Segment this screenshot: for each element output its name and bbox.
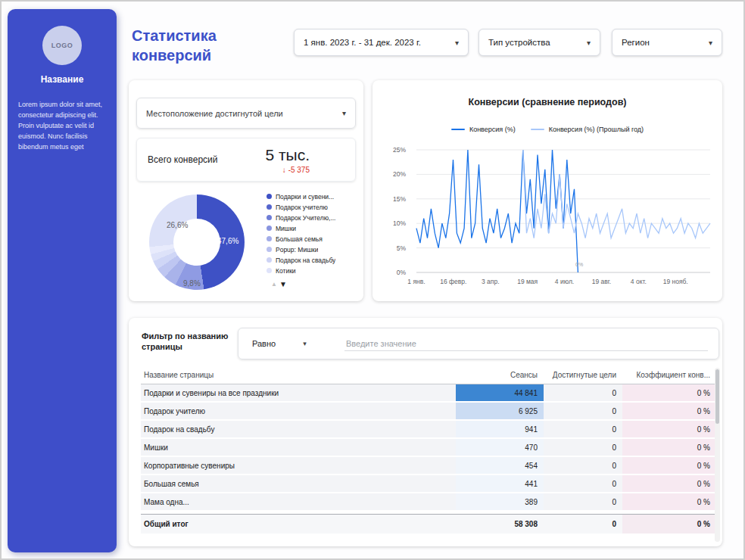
table-row[interactable]: Корпоративные сувениры45400 % xyxy=(141,457,716,474)
line-chart-svg xyxy=(416,150,710,272)
scroll-up-icon[interactable]: ▲ xyxy=(271,281,277,288)
table-row[interactable]: Подарки и сувениры на все праздники44 84… xyxy=(141,384,716,401)
date-range-filter[interactable]: 1 янв. 2023 г. - 31 дек. 2023 г. ▾ xyxy=(294,29,469,56)
legend-label: Большая семья xyxy=(276,235,323,243)
date-range-label: 1 янв. 2023 г. - 31 дек. 2023 г. xyxy=(304,38,421,47)
cell-goals: 0 xyxy=(544,475,622,492)
y-axis-label: 10% xyxy=(393,219,406,227)
table-row[interactable]: Большая семья44100 % xyxy=(141,475,716,492)
donut-callout: 26,6% xyxy=(167,221,188,229)
conversions-summary-card: Местоположение достигнутой цели ▾ Всего … xyxy=(129,80,363,301)
legend-item[interactable]: Подарок учителю xyxy=(267,204,359,210)
legend-label: Котики xyxy=(276,267,296,275)
legend-item[interactable]: Котики xyxy=(267,267,359,274)
total-goals: 0 xyxy=(544,515,622,534)
total-conversions-scorecard: Всего конверсий 5 тыс. ↓ -5 375 xyxy=(136,138,356,182)
x-axis-label: 1 янв. xyxy=(407,278,425,285)
scroll-down-icon[interactable]: ▼ xyxy=(279,280,287,288)
table-body: Подарки и сувениры на все праздники44 84… xyxy=(141,384,716,510)
cell-sessions: 389 xyxy=(456,493,544,510)
legend-scroll-arrows: ▲ ▼ xyxy=(271,280,287,288)
column-header-page[interactable]: Название страницы xyxy=(141,371,456,379)
chevron-down-icon: ▾ xyxy=(587,39,591,47)
table-row[interactable]: Подарок на свадьбу94100 % xyxy=(141,421,716,437)
scorecard-label: Всего конверсий xyxy=(148,154,217,165)
cell-goals: 0 xyxy=(544,457,622,474)
cell-sessions: 44 841 xyxy=(456,384,544,401)
legend-dot-icon xyxy=(267,215,272,220)
legend-label: Подарок на свадьбу xyxy=(276,257,335,264)
device-type-filter[interactable]: Тип устройства ▾ xyxy=(478,29,600,56)
legend-label: Подарок Учителю,... xyxy=(276,214,335,222)
scorecard-value: 5 тыс. xyxy=(265,146,310,164)
legend-item[interactable]: Подарки и сувени... xyxy=(267,193,359,200)
y-axis-label: 20% xyxy=(393,170,406,178)
chevron-down-icon: ▾ xyxy=(455,39,459,47)
legend-dot-icon xyxy=(267,268,272,273)
legend-label: Подарки и сувени... xyxy=(276,193,334,201)
legend-dot-icon xyxy=(267,247,272,252)
filter-value-input[interactable] xyxy=(344,337,708,351)
chevron-down-icon: ▾ xyxy=(303,340,307,347)
cell-page-name: Подарки и сувениры на все праздники xyxy=(141,384,456,401)
series-legend-item[interactable]: Конверсия (%) xyxy=(451,126,516,133)
legend-item[interactable]: Popup: Мишки xyxy=(267,246,359,253)
chevron-down-icon: ▾ xyxy=(709,39,712,47)
legend-item[interactable]: Мишки xyxy=(267,225,359,232)
chart-series-line xyxy=(523,150,710,238)
x-axis: 1 янв.16 февр.3 апр.19 мая4 июл.19 авг.4… xyxy=(416,278,710,287)
zero-annotation: 0% xyxy=(575,262,583,267)
scorecard-delta: ↓ -5 375 xyxy=(265,166,310,174)
legend-label: Popup: Мишки xyxy=(276,246,318,254)
legend-dot-icon xyxy=(267,204,272,210)
goal-location-label: Местоположение достигнутой цели xyxy=(146,109,283,118)
donut-callout: 9,8% xyxy=(183,279,201,288)
cell-sessions: 941 xyxy=(456,421,544,437)
filter-label: Фильтр по названию страницы xyxy=(142,331,240,353)
table-scrollbar-thumb[interactable] xyxy=(715,369,719,424)
x-axis-label: 16 февр. xyxy=(440,278,466,285)
cell-goals: 0 xyxy=(544,439,622,456)
sidebar: LOGO Название Lorem ipsum dolor sit amet… xyxy=(8,9,117,552)
chart-title: Конверсии (сравнение периодов) xyxy=(372,97,722,107)
cell-page-name: Подарок учителю xyxy=(141,403,456,419)
cell-page-name: Большая семья xyxy=(141,475,456,492)
series-label: Конверсия (%) xyxy=(469,126,516,133)
y-axis-label: 15% xyxy=(393,195,406,203)
logo-badge: LOGO xyxy=(42,26,82,65)
arrow-down-icon: ↓ xyxy=(282,166,286,174)
line-chart-plot[interactable] xyxy=(416,150,710,272)
cell-page-name: Мишки xyxy=(141,439,456,456)
cell-sessions: 470 xyxy=(456,439,544,456)
table-row[interactable]: Мама одна...38900 % xyxy=(141,493,716,510)
cell-rate: 0 % xyxy=(622,384,716,401)
brand-name: Название xyxy=(8,74,117,85)
legend-label: Подарок учителю xyxy=(276,204,328,211)
legend-dot-icon xyxy=(267,194,272,199)
series-label: Конверсия (%) (Прошлый год) xyxy=(549,126,644,133)
legend-item[interactable]: Подарок Учителю,... xyxy=(267,214,359,221)
legend-label: Мишки xyxy=(276,225,296,232)
goal-location-dropdown[interactable]: Местоположение достигнутой цели ▾ xyxy=(136,98,356,129)
column-header-rate[interactable]: Коэффициент конв... xyxy=(622,371,716,379)
device-type-label: Тип устройства xyxy=(488,38,550,47)
cell-rate: 0 % xyxy=(622,403,716,419)
column-header-sessions[interactable]: Сеансы xyxy=(456,371,544,379)
cell-sessions: 454 xyxy=(456,457,544,474)
column-header-goals[interactable]: Достигнутые цели xyxy=(544,371,622,379)
legend-item[interactable]: Подарок на свадьбу xyxy=(267,257,359,263)
table-row[interactable]: Подарок учителю6 92500 % xyxy=(141,403,716,419)
table-row[interactable]: Мишки47000 % xyxy=(141,439,716,456)
series-legend: Конверсия (%) Конверсия (%) (Прошлый год… xyxy=(372,126,722,133)
filter-operator-label: Равно xyxy=(252,339,276,348)
table-header: Название страницы Сеансы Достигнутые цел… xyxy=(141,366,716,384)
legend-item[interactable]: Большая семья xyxy=(267,235,359,242)
region-filter[interactable]: Регион ▾ xyxy=(612,29,722,56)
cell-goals: 0 xyxy=(544,384,622,401)
total-sessions: 58 308 xyxy=(456,515,544,534)
cell-rate: 0 % xyxy=(622,493,716,510)
filter-operator-dropdown[interactable]: Равно ▾ xyxy=(252,339,331,348)
x-axis-label: 19 нояб. xyxy=(663,278,688,285)
region-label: Регион xyxy=(622,38,650,47)
series-legend-item[interactable]: Конверсия (%) (Прошлый год) xyxy=(531,126,644,133)
